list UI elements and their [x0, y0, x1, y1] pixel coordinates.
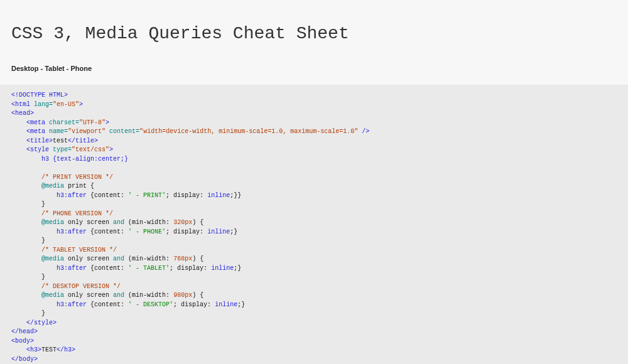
code1-title: test	[53, 137, 68, 144]
code-block-1: <!DOCTYPE HTML> <html lang="en-US"> <hea…	[0, 85, 628, 364]
code1-viewport: width=device-width, minimum-scale=1.0, m…	[143, 128, 354, 135]
code1-styletype: text/css	[75, 146, 106, 153]
code1-lang: en-US	[57, 101, 75, 108]
code1-g2-cmt: /* TABLET VERSION */	[41, 247, 117, 254]
code1-bodytext: TEST	[41, 346, 57, 353]
code1-g1-cmt: /* PHONE VERSION */	[41, 210, 113, 217]
page-title: CSS 3, Media Queries Cheat Sheet	[0, 0, 628, 61]
code1-baserule: h3 {text-align:center;}	[41, 156, 128, 163]
code1-g3-cmt: /* DESKTOP VERSION */	[41, 283, 121, 290]
section-label-1: Desktop - Tablet - Phone	[0, 61, 628, 76]
code1-g0-cmt: /* PRINT VERSION */	[41, 174, 113, 181]
code1-charset: UTF-8	[83, 119, 102, 126]
